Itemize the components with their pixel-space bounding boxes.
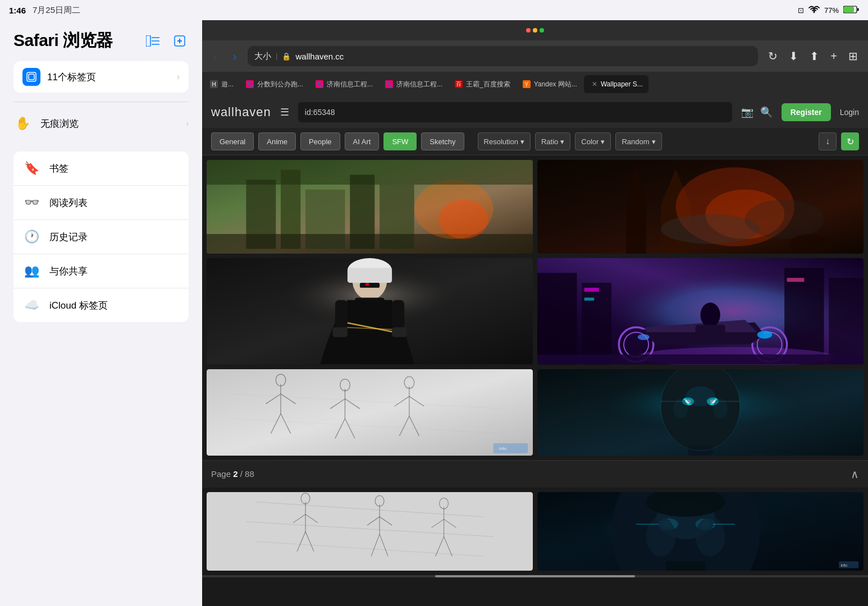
gallery-image-6[interactable] <box>537 369 864 456</box>
browser-tab-0[interactable]: H 遊... <box>204 75 239 93</box>
svg-point-61 <box>638 334 650 341</box>
minimize-dot[interactable] <box>533 28 537 33</box>
wh-login-button[interactable]: Login <box>840 108 859 117</box>
svg-rect-49 <box>582 283 611 364</box>
address-bar[interactable]: 大小 | 🔒 wallhaven.cc <box>248 46 758 66</box>
gallery-image-8[interactable]: info <box>537 492 864 571</box>
filter-people[interactable]: People <box>300 132 340 150</box>
gallery-image-2[interactable] <box>537 160 864 254</box>
gallery-image-5[interactable]: info <box>207 369 533 456</box>
gallery-img-4-svg <box>537 258 864 364</box>
svg-rect-51 <box>829 278 864 364</box>
window-controls <box>526 28 544 33</box>
tab-label-6: Wallpaper S... <box>601 80 643 88</box>
reload-button[interactable]: ↻ <box>765 47 781 65</box>
wallhaven-container[interactable]: wallhaven ☰ id:65348 📷 🔍 Register Login … <box>202 97 868 606</box>
maximize-dot[interactable] <box>540 28 544 33</box>
new-tab-icon[interactable] <box>171 32 189 50</box>
filter-ai-art[interactable]: AI Art <box>345 132 380 150</box>
sidebar-header: Safari 浏览器 <box>0 20 202 57</box>
gallery-image-3[interactable] <box>207 258 533 364</box>
svg-point-95 <box>686 386 715 406</box>
wh-search-icon[interactable]: 🔍 <box>760 106 773 118</box>
sidebar-toggle-icon[interactable] <box>144 32 162 50</box>
browser-tab-4[interactable]: 百 王霸_百度搜索 <box>449 75 516 93</box>
resolution-chevron: ▾ <box>520 137 524 146</box>
filter-random[interactable]: Random ▾ <box>615 132 661 150</box>
sidebar-item-bookmarks[interactable]: 🔖 书签 <box>13 152 189 186</box>
wh-register-button[interactable]: Register <box>782 103 831 121</box>
filter-resolution[interactable]: Resolution ▾ <box>478 132 531 150</box>
browser-tab-3[interactable]: 🐾 济南信息工程... <box>380 75 448 93</box>
tab-count-item[interactable]: 11个标签页 › <box>13 61 189 93</box>
reading-icon: 👓 <box>22 194 40 212</box>
gallery-image-1[interactable] <box>207 160 533 254</box>
filter-general[interactable]: General <box>211 132 254 150</box>
page-label: Page <box>211 469 233 479</box>
sidebar-item-icloud[interactable]: ☁️ iCloud 标签页 <box>13 288 189 322</box>
lock-icon: 🔒 <box>282 52 291 61</box>
close-dot[interactable] <box>526 28 531 33</box>
share-button[interactable]: ⬆ <box>806 47 823 65</box>
filter-ratio[interactable]: Ratio ▾ <box>535 132 570 150</box>
browser-tab-6[interactable]: ✕ Wallpaper S... <box>584 75 648 93</box>
svg-point-98 <box>713 398 728 418</box>
tab-close-icon-6[interactable]: ✕ <box>592 80 597 88</box>
ratio-chevron: ▾ <box>560 137 564 146</box>
sidebar-item-reading[interactable]: 👓 阅读列表 <box>13 186 189 220</box>
private-browsing-item[interactable]: ✋ 无痕浏览 › <box>13 107 189 140</box>
wh-gallery: info <box>202 155 868 460</box>
svg-rect-102 <box>207 492 533 571</box>
sidebar-item-shared[interactable]: 👥 与你共享 <box>13 254 189 288</box>
filter-sfw[interactable]: SFW <box>383 132 417 150</box>
tab-label-1: 分数到公办跑... <box>257 80 303 89</box>
svg-rect-2 <box>857 8 859 11</box>
tabs-icon <box>22 68 40 86</box>
sidebar: Safari 浏览器 11个标签页 › <box>0 20 202 606</box>
svg-rect-3 <box>146 35 150 47</box>
download-button[interactable]: ⬇ <box>785 47 802 65</box>
battery-icon <box>843 6 859 15</box>
tab-favicon-5: Y <box>523 80 531 88</box>
browser-tab-1[interactable]: 🐾 分数到公办跑... <box>240 75 309 93</box>
tab-count-row: 11个标签页 › <box>0 57 202 102</box>
forward-button[interactable]: › <box>229 48 241 65</box>
toolbar-buttons: ↻ ⬇ ⬆ + ⊞ <box>765 47 861 65</box>
page-separator: / <box>240 469 245 479</box>
svg-rect-53 <box>584 298 595 301</box>
tab-favicon-1: 🐾 <box>246 80 254 88</box>
gallery-image-4[interactable] <box>537 258 864 364</box>
battery-text: 77% <box>824 6 839 15</box>
svg-rect-43 <box>332 327 347 337</box>
gallery-image-7[interactable] <box>207 492 533 571</box>
svg-rect-63 <box>696 325 725 339</box>
bookmark-icon: 🔖 <box>22 159 40 177</box>
page-up-button[interactable]: ∧ <box>851 467 859 481</box>
sidebar-item-history[interactable]: 🕐 历史记录 <box>13 220 189 254</box>
browser-scrollbar[interactable] <box>202 575 868 577</box>
svg-rect-65 <box>207 369 533 456</box>
wh-camera-icon[interactable]: 📷 <box>741 106 753 118</box>
svg-rect-24 <box>626 199 646 254</box>
filter-sketchy[interactable]: Sketchy <box>421 132 464 150</box>
filter-anime[interactable]: Anime <box>258 132 296 150</box>
tab-favicon-3: 🐾 <box>385 80 393 88</box>
svg-rect-86 <box>494 443 528 453</box>
filter-color[interactable]: Color ▾ <box>575 132 611 150</box>
filter-refresh-btn[interactable]: ↻ <box>841 132 859 150</box>
filter-sort-btn[interactable]: ↓ <box>819 132 837 150</box>
wh-hamburger-icon[interactable]: ☰ <box>280 106 289 118</box>
wh-logo: wallhaven <box>211 105 271 120</box>
back-button[interactable]: ‹ <box>209 48 222 65</box>
tab-count-chevron: › <box>177 72 180 82</box>
browser-tab-2[interactable]: 🐾 济南信息工程... <box>310 75 378 93</box>
svg-point-45 <box>366 283 369 286</box>
page-info: Page 2 / 88 <box>211 469 254 479</box>
tab-label-2: 济南信息工程... <box>327 80 373 89</box>
new-tab-button[interactable]: + <box>827 48 840 65</box>
tabs-overview-button[interactable]: ⊞ <box>845 47 861 65</box>
svg-rect-18 <box>207 234 533 254</box>
browser-tab-5[interactable]: Y Yandex 网站... <box>517 75 583 93</box>
wh-search-bar[interactable]: id:65348 <box>298 102 732 122</box>
tab-favicon-4: 百 <box>455 80 463 88</box>
